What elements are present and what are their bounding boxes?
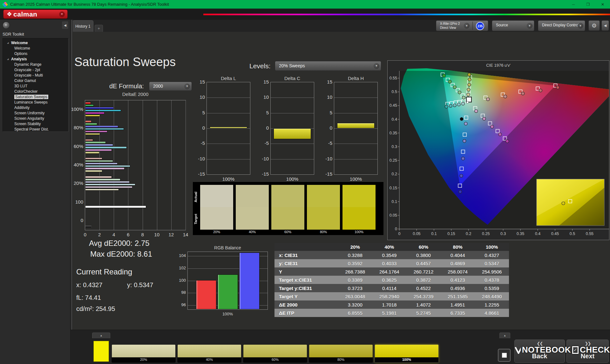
sidebar-item-analysis[interactable]: ◢Analysis [3,56,68,62]
delta-h-chart: 151050-5-10-15 [334,82,378,175]
collapse-panel-button[interactable]: ◀ [601,20,609,31]
sidebar-item-3d-lut[interactable]: 3D LUT [3,83,68,89]
deltae-bar [85,123,97,125]
sidebar-item-label: Color Gamut [14,78,36,83]
chevron-down-icon: ▼ [464,23,470,29]
delta-h-xlabel: 100% [334,176,378,182]
de-formula-value: 2000 [153,84,163,89]
divider [472,22,473,30]
add-tab-button[interactable]: + [95,25,103,32]
expander-icon[interactable]: ◢ [7,42,11,44]
levels-label: Levels: [249,62,271,70]
sidebar-item-welcome[interactable]: Welcome [3,45,68,51]
sidebar-item-dynamic-range[interactable]: Dynamic Range [3,62,68,67]
maximize-button[interactable]: ❐ [581,0,595,9]
display-control-dropdown[interactable]: Direct Display Control ▼ [538,20,585,31]
window-title: Calman 2025 Calman Ultimate for Business… [10,2,169,7]
saturation-button-40%[interactable]: 40% [177,344,241,363]
svg-text:0.05: 0.05 [390,213,397,218]
sidebar-item-label: Welcome [14,46,30,51]
deltae-bar [85,139,93,141]
sidebar-item-welcome[interactable]: ◢Welcome [3,40,68,45]
levels-dropdown[interactable]: 20% Sweeps ▼ [275,61,381,71]
deltae-bar [85,186,132,188]
sidebar-item-screen-uniformity[interactable]: Screen Uniformity [3,110,68,116]
svg-text:0.2: 0.2 [466,232,471,236]
de-formula-dropdown[interactable]: 2000 ▼ [149,82,192,91]
close-button[interactable]: ✕ [595,0,610,9]
saturation-button-20%[interactable]: 20% [112,344,176,363]
deltae-bar [85,226,92,228]
delta-l-title: Delta L [207,76,250,81]
sidebar-item-screen-angularity[interactable]: Screen Angularity [3,116,68,121]
bottom-bar: ▲ ▲ ❮❮ Back ❯❯ Next NOTEBOOK ✓ CHECK 20%… [71,330,610,364]
deltae-bar [85,160,113,162]
expander-icon[interactable]: ◢ [7,58,11,60]
source-label: Source [496,23,508,27]
sidebar-item-label: Saturation Sweeps [14,95,48,99]
next-button[interactable]: ❯❯ Next [566,340,609,363]
svg-text:0.4: 0.4 [535,232,540,236]
svg-text:0.45: 0.45 [390,103,397,108]
sidebar-item-additivity[interactable]: Additivity [3,105,68,110]
settings-button[interactable]: ⚙ [588,20,600,31]
sidebar-item-label: Screen Angularity [14,116,44,121]
chevron-down-icon: ▼ [184,84,190,89]
sidebar-item-screen-stability[interactable]: Screen Stability [3,121,68,126]
saturation-button-80%[interactable]: 80% [309,344,373,363]
delta_c-bar [274,128,311,139]
sidebar-item-color-gamut[interactable]: Color Gamut [3,78,68,83]
rgb-bar-red [196,280,216,309]
chevrons-right-icon: ❯❯ [567,341,608,346]
sidebar-item-grayscale-multi[interactable]: Grayscale - Multi [3,72,68,78]
rgb-bar-green [218,274,238,309]
source-dropdown[interactable]: Source ▼ [492,20,534,31]
tab-bar: History 1 + X-Rite i1Pro 2 Direct View ▼… [71,20,610,32]
saturation-button-60%[interactable]: 60% [243,344,307,363]
deltae-chart: 02468101214100%80%60%40%20%1000 [85,100,186,230]
sidebar-item-label: Spectral Power Dist. [14,127,49,131]
svg-text:0.1: 0.1 [392,199,397,204]
current-reading-title: Current Reading [76,267,132,276]
meter-dropdown[interactable]: X-Rite i1Pro 2 Direct View ▼ 235 [436,20,488,31]
sidebar-item-label: 3D LUT [14,84,27,88]
deltae-bar [85,167,125,170]
delta-c-title: Delta C [270,76,314,81]
page-title: Saturation Sweeps [74,55,176,69]
sidebar-item-spectral-power-dist-[interactable]: Spectral Power Dist. [3,126,68,132]
minimize-button[interactable]: ─ [566,0,581,9]
record-indicator[interactable] [3,22,10,29]
rgb-xlabel: 100% [187,312,268,316]
current-y: y: 0.5347 [127,281,153,289]
swatch-40% [236,185,269,230]
meter-count-badge[interactable]: 235 [476,22,484,30]
expand-nav-tab[interactable]: ▲ [499,333,510,338]
svg-text:0.25: 0.25 [482,232,490,236]
sidebar-splitter[interactable] [71,20,73,364]
sidebar-item-options[interactable]: Options [3,51,68,56]
sidebar-item-colorchecker[interactable]: ColorChecker [3,89,68,94]
svg-text:0.5: 0.5 [570,232,575,236]
svg-text:0.4: 0.4 [392,117,397,122]
deltae-bar [85,184,135,186]
delta-l-xlabel: 100% [207,176,250,182]
deltae-bar [85,133,100,135]
svg-text:0.15: 0.15 [390,186,397,190]
square-icon [502,353,507,358]
back-button[interactable]: ❮❮ Back [514,340,565,363]
max-de-stat: Max dE2000: 8.61 [90,250,152,259]
stop-button[interactable] [498,349,511,362]
display-control-label: Direct Display Control [542,23,579,27]
sidebar: ◀ SDR Toolkit ◢WelcomeWelcomeOptions◢Ana… [0,20,71,364]
sidebar-item-luminance-sweeps[interactable]: Luminance Sweeps [3,99,68,105]
tab-history-1[interactable]: History 1 [72,20,93,32]
expand-panel-tab[interactable]: ▲ [92,333,110,338]
source-status-stripe [493,22,494,30]
sidebar-item-grayscale-2pt[interactable]: Grayscale - 2pt [3,67,68,72]
calman-menu-button[interactable]: ❖ calman ▼ [3,10,68,19]
saturation-button-100%[interactable]: 100% [375,344,439,363]
swatch-60% [271,185,304,230]
sidebar-item-saturation-sweeps[interactable]: Saturation Sweeps [3,94,68,99]
svg-text:0.5: 0.5 [392,90,397,94]
collapse-sidebar-button[interactable]: ◀ [62,21,69,29]
